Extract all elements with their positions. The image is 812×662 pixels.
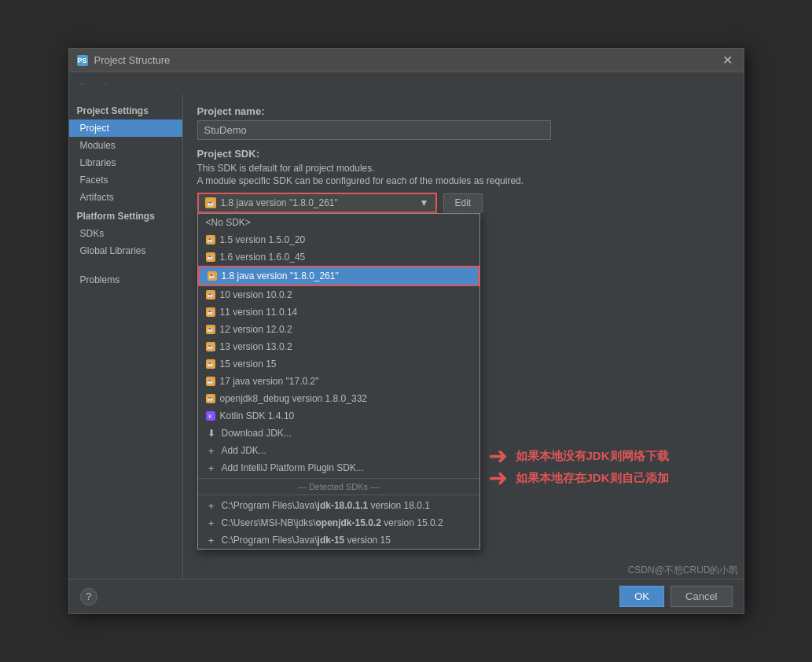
add-intellij-icon: + [206,462,217,473]
sdk-icon-11: ☕ [206,307,215,317]
dialog-title: Project Structure [94,54,171,66]
close-button[interactable]: ✕ [719,53,736,68]
dropdown-item-add-intellij-sdk[interactable]: + Add IntelliJ Platform Plugin SDK... [198,459,479,476]
sdk-icon: ☕ [205,197,216,208]
dropdown-item-openjdk8[interactable]: ☕ openjdk8_debug version 1.8.0_332 [198,390,479,407]
detected-sdk-2-label: C:\Users\MSI-NB\jdks\openjdk-15.0.2 vers… [222,517,443,528]
sdk-icon-12: ☕ [206,325,215,334]
project-sdk-label: Project SDK: [197,148,729,160]
sidebar-item-problems[interactable]: Problems [69,271,182,289]
title-bar: PS Project Structure ✕ [69,49,744,72]
app-icon: PS [77,55,88,66]
sdk-icon-10: ☕ [206,290,215,300]
sidebar-item-global-libraries[interactable]: Global Libraries [69,242,182,259]
dropdown-detected-sdk-1[interactable]: + C:\Program Files\Java\jdk-18.0.1.1 ver… [198,497,479,514]
dropdown-item-1-8[interactable]: ☕ 1.8 java version "1.8.0_261" [198,266,479,286]
sdk-icon-1-8: ☕ [208,271,217,281]
dropdown-item-12[interactable]: ☕ 12 version 12.0.2 [198,321,479,338]
project-name-input[interactable] [197,120,551,140]
sdk-1-8-label: 1.8 java version "1.8.0_261" [222,270,339,281]
ok-button[interactable]: OK [619,586,664,607]
project-structure-dialog: PS Project Structure ✕ ← → Project Setti… [68,48,744,614]
dropdown-detected-sdk-2[interactable]: + C:\Users\MSI-NB\jdks\openjdk-15.0.2 ve… [198,514,479,531]
annotation-arrow-2: ➜ [488,466,508,490]
sdk-1-5-label: 1.5 version 1.5.0_20 [220,234,306,245]
annotation-text-1: 如果本地没有JDK则网络下载 [516,449,669,464]
dialog-content: Project Settings Project Modules Librari… [69,94,744,579]
dropdown-item-no-sdk[interactable]: <No SDK> [198,214,479,231]
sdk-icon-kotlin: K [206,411,215,421]
annotation-add: ➜ 如果本地存在JDK则自己添加 [488,466,669,490]
sdk-selected-label: 1.8 java version "1.8.0_261" [221,197,338,208]
main-content: Project name: Project SDK: This SDK is d… [183,94,744,579]
project-sdk-desc2: A module specific SDK can be configured … [197,175,729,186]
sidebar-item-sdks[interactable]: SDKs [69,225,182,242]
dropdown-arrow-icon: ▼ [420,197,429,208]
sdk-icon-1-6: ☕ [206,252,215,262]
dropdown-item-1-6[interactable]: ☕ 1.6 version 1.6.0_45 [198,248,479,266]
sidebar-item-project[interactable]: Project [69,120,182,137]
bottom-bar: ? OK Cancel [69,579,744,613]
sdk-10-label: 10 version 10.0.2 [220,289,292,300]
bottom-actions: OK Cancel [619,586,732,607]
dropdown-item-add-jdk[interactable]: + Add JDK... [198,442,479,459]
project-sdk-desc1: This SDK is default for all project modu… [197,163,729,174]
add-jdk-label: Add JDK... [222,445,266,456]
sdk-13-label: 13 version 13.0.2 [220,341,292,352]
dropdown-item-15[interactable]: ☕ 15 version 15 [198,355,479,373]
forward-button[interactable]: → [96,75,113,91]
sdk-15-label: 15 version 15 [220,359,277,370]
cancel-button[interactable]: Cancel [671,586,732,607]
help-button[interactable]: ? [80,588,97,605]
dropdown-item-1-5[interactable]: ☕ 1.5 version 1.5.0_20 [198,231,479,248]
sdk-selector-row: ☕ 1.8 java version "1.8.0_261" ▼ Edit [197,193,729,213]
sdk-icon-openjdk8: ☕ [206,394,215,403]
sdk-icon-1-5: ☕ [206,235,215,245]
dropdown-item-10[interactable]: ☕ 10 version 10.0.2 [198,286,479,303]
detected-sdk-3-icon: + [206,535,217,546]
detected-sdk-3-label: C:\Program Files\Java\jdk-15 version 15 [222,535,391,546]
sdk-openjdk8-label: openjdk8_debug version 1.8.0_332 [220,393,368,404]
sdk-kotlin-label: Kotlin SDK 1.4.10 [220,410,295,421]
watermark: CSDN@不想CRUD的小凯 [623,562,744,579]
annotation-download: ➜ 如果本地没有JDK则网络下载 [488,444,669,468]
dropdown-item-17[interactable]: ☕ 17 java version "17.0.2" [198,373,479,390]
detected-sdk-1-label: C:\Program Files\Java\jdk-18.0.1.1 versi… [222,500,430,511]
nav-arrows: ← → [69,72,744,94]
sdk-icon-15: ☕ [206,359,215,369]
annotation-text-2: 如果本地存在JDK则自己添加 [516,471,669,486]
sdk-12-label: 12 version 12.0.2 [220,324,292,335]
dropdown-item-11[interactable]: ☕ 11 version 11.0.14 [198,303,479,321]
detected-sdk-2-icon: + [206,517,217,528]
title-bar-left: PS Project Structure [77,54,171,66]
sidebar-item-artifacts[interactable]: Artifacts [69,189,182,206]
sdk-icon-13: ☕ [206,342,215,351]
download-jdk-label: Download JDK... [222,428,292,439]
no-sdk-label: <No SDK> [206,217,251,228]
add-intellij-label: Add IntelliJ Platform Plugin SDK... [222,462,364,473]
sdk-11-label: 11 version 11.0.14 [220,307,298,318]
download-icon: ⬇ [206,428,217,439]
add-jdk-icon: + [206,445,217,456]
dropdown-item-download-jdk[interactable]: ⬇ Download JDK... [198,425,479,442]
back-button[interactable]: ← [75,75,93,91]
edit-sdk-button[interactable]: Edit [443,193,483,212]
platform-settings-label: Platform Settings [69,206,182,225]
sidebar-item-modules[interactable]: Modules [69,137,182,154]
sdk-icon-17: ☕ [206,377,215,386]
sdk-dropdown-menu: <No SDK> ☕ 1.5 version 1.5.0_20 ☕ 1.6 ve… [197,213,480,550]
detected-sdks-divider: — Detected SDKs — [198,478,479,495]
sdk-dropdown[interactable]: ☕ 1.8 java version "1.8.0_261" ▼ [197,193,437,213]
project-settings-label: Project Settings [69,101,182,120]
dropdown-item-13[interactable]: ☕ 13 version 13.0.2 [198,338,479,355]
sdk-17-label: 17 java version "17.0.2" [220,376,319,387]
sdk-1-6-label: 1.6 version 1.6.0_45 [220,252,306,263]
sidebar-item-libraries[interactable]: Libraries [69,154,182,171]
sidebar-item-facets[interactable]: Facets [69,171,182,189]
detected-sdk-1-icon: + [206,500,217,511]
dropdown-item-kotlin[interactable]: K Kotlin SDK 1.4.10 [198,407,479,425]
sidebar: Project Settings Project Modules Librari… [69,94,183,579]
project-name-label: Project name: [197,105,729,117]
dropdown-detected-sdk-3[interactable]: + C:\Program Files\Java\jdk-15 version 1… [198,531,479,549]
